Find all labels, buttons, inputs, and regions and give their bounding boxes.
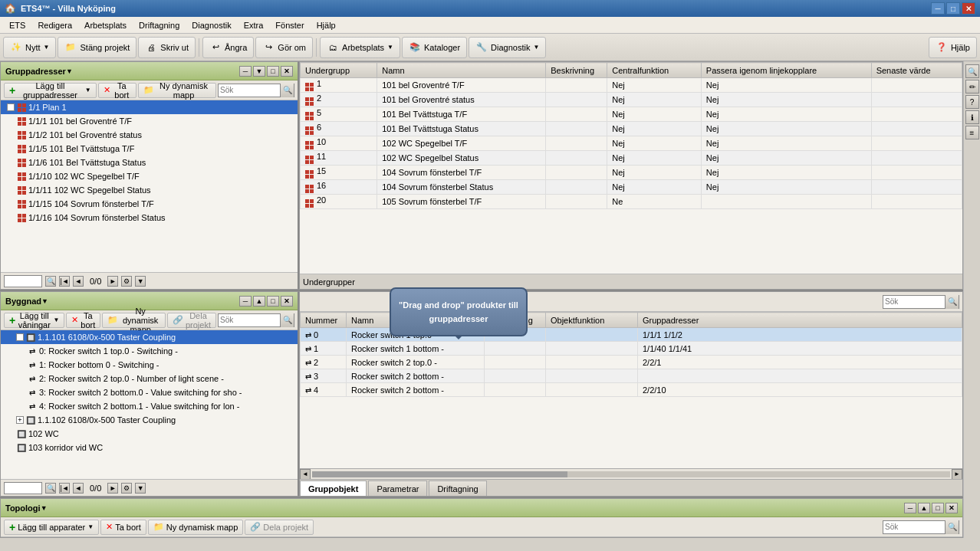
minimize-button[interactable]: ─ xyxy=(931,2,945,15)
col-obj-namn[interactable]: Namn xyxy=(347,313,485,328)
col-centralfunktion[interactable]: Centralfunktion xyxy=(607,63,702,78)
gruppadresser-search-input[interactable] xyxy=(219,84,280,97)
byggnad-search-btn[interactable]: 🔍 xyxy=(280,313,294,327)
objekt-table-scroll[interactable]: Nummer Namn Beskrivning Objektfunktion G… xyxy=(300,312,962,468)
expand-1.1.102[interactable]: + xyxy=(16,416,24,424)
menu-diagnostik[interactable]: Diagnostik xyxy=(186,19,237,31)
close-project-button[interactable]: 📁 Stäng projekt xyxy=(58,37,136,58)
menu-extra[interactable]: Extra xyxy=(238,19,270,31)
close-topologi[interactable]: ✕ xyxy=(945,503,958,513)
objekt-search-btn[interactable]: 🔍 xyxy=(945,295,959,309)
diagnostik-button[interactable]: 🔧 Diagnostik ▼ xyxy=(469,37,546,58)
col-objektfunktion[interactable]: Objektfunktion xyxy=(546,313,638,328)
tree-item-obj-3[interactable]: ⇄ 3: Rocker switch 2 bottom.0 - Value sw… xyxy=(1,385,298,399)
minimize-topologi[interactable]: ─ xyxy=(904,503,916,513)
hjalp-toolbar-button[interactable]: ❓ Hjälp xyxy=(929,37,977,58)
gruppadresser-search-box[interactable]: 🔍 xyxy=(218,84,294,97)
sidebar-edit-btn[interactable]: ✏ xyxy=(965,80,979,93)
byggnad-nav-first[interactable]: |◄ xyxy=(59,483,70,494)
hscroll-right[interactable]: ► xyxy=(952,469,962,480)
new-folder-topologi-button[interactable]: 📁 Ny dynamisk mapp xyxy=(148,520,244,535)
delete-gruppadress-button[interactable]: ✕ Ta bort xyxy=(98,83,136,98)
new-dynamic-folder-button[interactable]: 📁 Ny dynamisk mapp xyxy=(138,83,216,98)
byggnad-dropdown-arrow[interactable]: ▼ xyxy=(41,297,48,305)
nav-settings[interactable]: ⚙ xyxy=(121,276,132,287)
new-dropdown-arrow[interactable]: ▼ xyxy=(44,44,50,51)
add-vaningar-arrow[interactable]: ▼ xyxy=(53,316,59,323)
kataloger-button[interactable]: 📚 Kataloger xyxy=(402,37,467,58)
table-row[interactable]: ⇄ 0 Rocker switch 1 top.0 - 1/1/1 1/1/2 xyxy=(301,328,962,342)
table-row[interactable]: 16 104 Sovrum fönsterbel Status Nej Nej xyxy=(301,180,962,195)
table-row[interactable]: 15 104 Sovrum fönsterbel T/F Nej Nej xyxy=(301,166,962,180)
search-button[interactable]: 🔍 xyxy=(280,84,294,97)
close-button[interactable]: ✕ xyxy=(962,2,975,15)
search-nav-button[interactable]: 🔍 xyxy=(45,276,56,287)
menu-driftagning[interactable]: Driftagning xyxy=(133,19,186,31)
col-beskrivning[interactable]: Beskrivning xyxy=(546,63,607,78)
restore-panel-btn[interactable]: ▼ xyxy=(253,66,265,77)
minimize-byggnad-btn[interactable]: ─ xyxy=(239,296,252,307)
search-nav-input[interactable] xyxy=(4,275,42,287)
col-obj-beskrivning[interactable]: Beskrivning xyxy=(485,313,546,328)
maximize-byggnad-btn[interactable]: □ xyxy=(267,296,279,307)
tree-item-obj-4[interactable]: ⇄ 4: Rocker switch 2 bottom.1 - Value sw… xyxy=(1,399,298,413)
add-apparater-button[interactable]: + Lägg till apparater ▼ xyxy=(4,520,99,535)
table-row[interactable]: ⇄ 4 Rocker switch 2 bottom - 2/2/10 xyxy=(301,383,962,397)
obj-hscroll[interactable]: ◄ ► xyxy=(300,468,962,479)
close-byggnad-btn[interactable]: ✕ xyxy=(281,296,293,307)
nav-first[interactable]: |◄ xyxy=(59,276,70,287)
add-app-arrow[interactable]: ▼ xyxy=(87,523,94,530)
tree-item-1/1/16[interactable]: 1/1/16 104 Sovrum fönsterbel Status xyxy=(1,211,298,225)
tree-item-obj-1[interactable]: ⇄ 1: Rocker bottom 0 - Switching - xyxy=(1,358,298,372)
delete-byggnad-button[interactable]: ✕ Ta bort xyxy=(66,313,100,328)
hscroll-thumb[interactable] xyxy=(312,471,567,477)
maximize-panel-btn[interactable]: □ xyxy=(267,66,279,77)
tree-item-1/1/1[interactable]: 1/1/1 101 bel Groventré T/F xyxy=(1,114,298,128)
col-namn[interactable]: Namn xyxy=(377,63,546,78)
col-nummer[interactable]: Nummer xyxy=(301,313,347,328)
table-row[interactable]: 6 101 Bel Tvättstuga Status Nej Nej xyxy=(301,122,962,136)
maximize-topologi[interactable]: □ xyxy=(932,503,944,513)
byggnad-tree[interactable]: − 🔲 1.1.101 6108/0x-500 Taster Coupling … xyxy=(1,330,298,479)
table-row[interactable]: 20 105 Sovrum fönsterbel T/F Ne xyxy=(301,195,962,209)
nav-next[interactable]: ► xyxy=(107,276,118,287)
table-row[interactable]: ⇄ 1 Rocker switch 1 bottom - 1/1/40 1/1/… xyxy=(301,342,962,356)
close-panel-btn[interactable]: ✕ xyxy=(281,66,293,77)
new-folder-byggnad-button[interactable]: 📁 Ny dynamisk mapp xyxy=(102,313,166,328)
diagnostik-arrow[interactable]: ▼ xyxy=(533,44,539,51)
table-row[interactable]: 2 101 bel Groventré status Nej Nej xyxy=(301,93,962,107)
gruppadresser-dropdown-arrow[interactable]: ▼ xyxy=(66,67,73,75)
tree-item-103korridor[interactable]: 🔲 103 korridor vid WC xyxy=(1,441,298,454)
sidebar-search-btn[interactable]: 🔍 xyxy=(965,64,979,78)
col-undergrupp[interactable]: Undergrupp xyxy=(301,63,377,78)
tree-item-1/1/11[interactable]: 1/1/11 102 WC Spegelbel Status xyxy=(1,183,298,197)
table-row[interactable]: 1 101 bel Groventré T/F Nej Nej xyxy=(301,78,962,93)
byggnad-nav-settings[interactable]: ⚙ xyxy=(121,483,132,494)
tree-item-1/1/10[interactable]: 1/1/10 102 WC Spegelbel T/F xyxy=(1,169,298,183)
gruppadresser-table-scroll[interactable]: Undergrupp Namn Beskrivning Centralfunkt… xyxy=(300,62,962,274)
col-senaste[interactable]: Senaste värde xyxy=(871,63,962,78)
tab-gruppobjekt[interactable]: Gruppobjekt xyxy=(300,480,367,496)
sidebar-list-btn[interactable]: ≡ xyxy=(965,126,979,139)
menu-hjalp[interactable]: Hjälp xyxy=(311,19,342,31)
objekt-search-box[interactable]: 🔍 xyxy=(883,295,959,309)
col-passera[interactable]: Passera igenom linjekopplare xyxy=(701,63,871,78)
hscroll-track[interactable] xyxy=(312,471,950,477)
dela-topologi-button[interactable]: 🔗 Dela projekt xyxy=(245,520,314,535)
undergrupper-bar[interactable]: Undergrupper xyxy=(300,274,962,289)
table-row[interactable]: 11 102 WC Spegelbel Status Nej Nej xyxy=(301,151,962,166)
tree-item-obj-2[interactable]: ⇄ 2: Rocker switch 2 top.0 - Number of l… xyxy=(1,372,298,385)
tree-item-1/1/15[interactable]: 1/1/15 104 Sovrum fönsterbel T/F xyxy=(1,197,298,211)
topologi-search-input[interactable] xyxy=(883,521,945,533)
byggnad-nav-prev[interactable]: ◄ xyxy=(73,483,84,494)
sidebar-question-btn[interactable]: ? xyxy=(965,95,979,109)
print-button[interactable]: 🖨 Skriv ut xyxy=(138,37,196,58)
undo-button[interactable]: ↩ Ångra xyxy=(202,37,254,58)
tree-item-102WC[interactable]: 🔲 102 WC xyxy=(1,427,298,441)
add-arrow[interactable]: ▼ xyxy=(85,87,91,93)
menu-redigera[interactable]: Redigera xyxy=(31,19,78,31)
topologi-search-box[interactable]: 🔍 xyxy=(883,520,959,534)
menu-arbetsplats[interactable]: Arbetsplats xyxy=(78,19,133,31)
redo-button[interactable]: ↪ Gör om xyxy=(255,37,313,58)
nav-prev[interactable]: ◄ xyxy=(73,276,84,287)
